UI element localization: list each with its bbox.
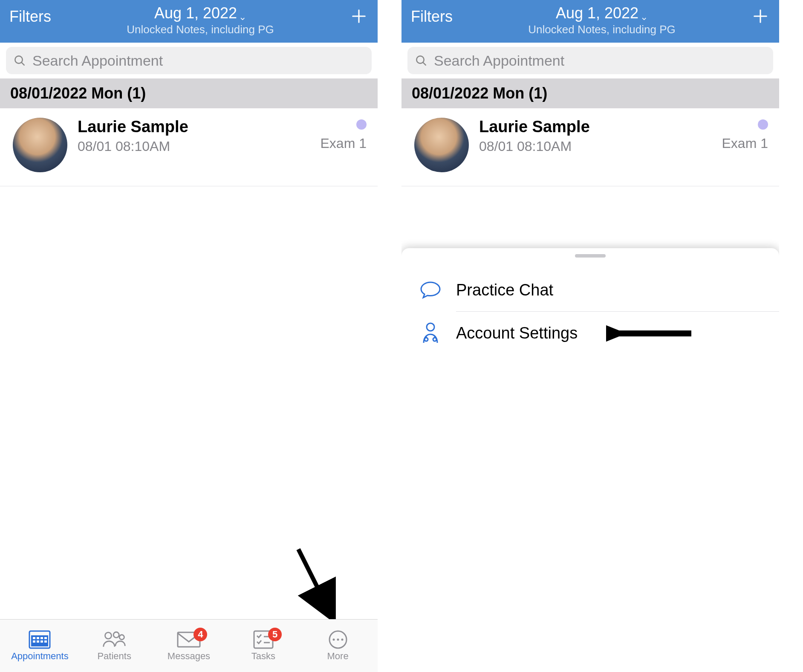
avatar [13,118,67,172]
search-icon [13,54,26,67]
filters-button[interactable]: Filters [9,4,51,26]
svg-rect-5 [37,637,39,639]
header: Filters Aug 1, 2022 ⌄ Unlocked Notes, in… [402,0,779,43]
chat-icon [419,278,442,302]
plus-icon [752,8,768,24]
status-dot-icon [356,119,367,130]
tab-label: Tasks [251,651,275,662]
calendar-icon [27,630,52,649]
svg-point-25 [425,338,428,341]
tab-label: More [327,651,349,662]
section-header: 08/01/2022 Mon (1) [402,78,779,108]
appointment-time: 08/01 08:10AM [78,139,321,154]
search-wrap: Search Appointment [0,43,378,78]
appointment-room: Exam 1 [321,136,367,151]
svg-rect-7 [44,637,47,639]
tab-messages[interactable]: 4 Messages [152,630,226,662]
search-input[interactable]: Search Appointment [407,47,773,74]
phone-left: Filters Aug 1, 2022 ⌄ Unlocked Notes, in… [0,0,378,672]
header-center: Aug 1, 2022 ⌄ Unlocked Notes, including … [453,4,751,36]
appointment-row[interactable]: Laurie Sample 08/01 08:10AM Exam 1 [0,108,378,186]
svg-point-21 [337,638,339,640]
tab-more[interactable]: More [300,630,375,662]
svg-rect-9 [37,640,39,643]
date-text: Aug 1, 2022 [154,4,237,22]
appointment-room: Exam 1 [722,136,768,151]
header-center: Aug 1, 2022 ⌄ Unlocked Notes, including … [51,4,350,36]
appointment-time: 08/01 08:10AM [479,139,722,154]
header: Filters Aug 1, 2022 ⌄ Unlocked Notes, in… [0,0,378,43]
plus-icon [351,8,367,24]
date-text: Aug 1, 2022 [556,4,638,22]
tasks-badge: 5 [268,628,282,641]
section-header: 08/01/2022 Mon (1) [0,78,378,108]
svg-rect-10 [40,640,43,643]
tab-appointments[interactable]: Appointments [3,630,77,662]
svg-point-14 [119,634,124,639]
appointment-main: Laurie Sample 08/01 08:10AM [479,118,722,154]
patient-name: Laurie Sample [78,118,321,136]
search-placeholder: Search Appointment [434,52,564,69]
tab-label: Appointments [11,651,69,662]
more-bottom-sheet: Practice Chat Account Settings [402,248,779,672]
svg-rect-8 [33,640,35,643]
header-subtitle: Unlocked Notes, including PG [453,23,751,36]
svg-point-22 [341,638,343,640]
appointment-right: Exam 1 [722,118,768,151]
more-icon [326,630,350,649]
sheet-item-label: Account Settings [456,324,578,342]
people-icon [102,630,127,649]
svg-point-24 [427,323,434,331]
add-button[interactable] [350,7,368,26]
sheet-item-label: Practice Chat [456,281,553,299]
search-icon [414,54,428,67]
tab-tasks[interactable]: 5 Tasks [226,630,300,662]
patient-name: Laurie Sample [479,118,722,136]
appointment-right: Exam 1 [321,118,367,151]
chevron-down-icon: ⌄ [239,12,246,23]
account-icon [419,321,442,345]
svg-line-1 [298,549,328,609]
sheet-item-account-settings[interactable]: Account Settings [402,312,779,354]
tab-label: Patients [97,651,131,662]
annotation-arrow-more [290,545,341,622]
tab-label: Messages [168,651,210,662]
phone-right: Filters Aug 1, 2022 ⌄ Unlocked Notes, in… [402,0,779,672]
svg-point-26 [433,338,436,341]
search-input[interactable]: Search Appointment [6,47,372,74]
header-subtitle: Unlocked Notes, including PG [51,23,350,36]
svg-rect-4 [33,637,35,639]
filters-button[interactable]: Filters [411,4,453,26]
status-dot-icon [758,119,768,130]
avatar [414,118,469,172]
search-wrap: Search Appointment [402,43,779,78]
svg-rect-6 [40,637,43,639]
date-picker[interactable]: Aug 1, 2022 ⌄ [154,4,246,22]
svg-point-20 [332,638,335,640]
sheet-item-practice-chat[interactable]: Practice Chat [402,269,779,311]
svg-rect-11 [44,640,47,643]
appointment-main: Laurie Sample 08/01 08:10AM [78,118,321,154]
date-picker[interactable]: Aug 1, 2022 ⌄ [556,4,648,22]
svg-point-13 [113,632,119,637]
appointment-row[interactable]: Laurie Sample 08/01 08:10AM Exam 1 [402,108,779,186]
add-button[interactable] [751,7,770,26]
tab-bar: Appointments Patients 4 Messages 5 Tasks [0,619,378,672]
tab-patients[interactable]: Patients [77,630,152,662]
chevron-down-icon: ⌄ [640,12,648,23]
svg-point-12 [105,632,112,639]
sheet-grabber[interactable] [575,254,606,258]
search-placeholder: Search Appointment [32,52,163,69]
messages-badge: 4 [194,628,207,641]
